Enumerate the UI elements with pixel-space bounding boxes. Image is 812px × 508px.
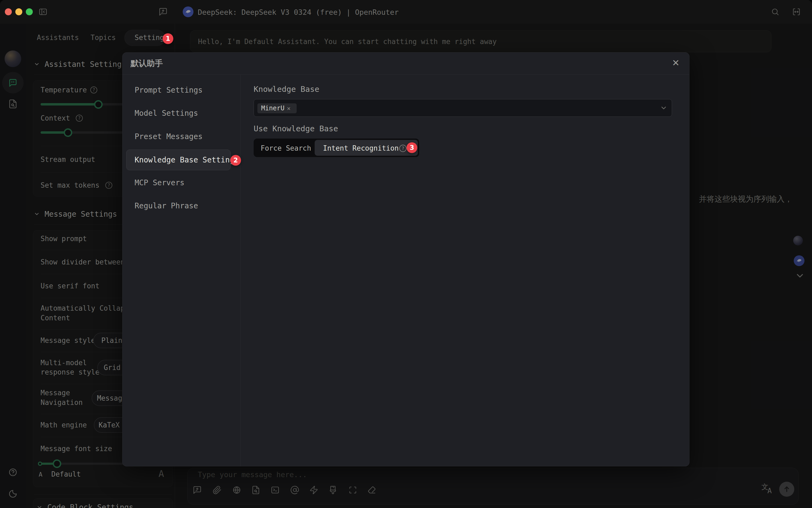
assistant-settings-modal: 默认助手 ✕ Prompt Settings Model Settings Pr… bbox=[122, 52, 690, 466]
app-window: DeepSeek: DeepSeek V3 0324 (free) | Open… bbox=[0, 0, 812, 508]
close-window-button[interactable] bbox=[5, 8, 12, 15]
modal-nav-prompt-settings[interactable]: Prompt Settings bbox=[134, 86, 203, 94]
tour-badge-1[interactable]: 1 bbox=[162, 33, 173, 44]
use-knowledge-base-heading: Use Knowledge Base bbox=[254, 124, 338, 133]
traffic-lights bbox=[5, 8, 33, 15]
intent-recognition-button[interactable]: Intent Recognition bbox=[323, 144, 399, 152]
knowledge-base-select[interactable] bbox=[254, 99, 672, 117]
modal-nav-regular-phrase[interactable]: Regular Phrase bbox=[134, 201, 198, 210]
minimize-window-button[interactable] bbox=[15, 8, 22, 15]
modal-nav-knowledge-base-settings[interactable]: Knowledge Base Settings bbox=[134, 156, 239, 164]
modal-header-divider bbox=[122, 74, 689, 75]
modal-nav-model-settings[interactable]: Model Settings bbox=[134, 109, 198, 118]
modal-nav-divider bbox=[240, 75, 240, 466]
tour-badge-2[interactable]: 2 bbox=[230, 155, 241, 166]
close-icon[interactable]: ✕ bbox=[670, 57, 681, 68]
force-search-button[interactable]: Force Search bbox=[261, 144, 311, 152]
knowledge-base-tag-label: MinerU bbox=[261, 104, 284, 112]
zoom-window-button[interactable] bbox=[26, 8, 33, 15]
select-chevron-down-icon[interactable] bbox=[660, 104, 667, 112]
modal-nav-mcp-servers[interactable]: MCP Servers bbox=[134, 178, 184, 187]
modal-title: 默认助手 bbox=[130, 58, 163, 69]
tag-remove-icon[interactable]: ✕ bbox=[287, 105, 291, 112]
intent-recognition-help-icon[interactable]: ? bbox=[399, 145, 407, 152]
modal-nav-preset-messages[interactable]: Preset Messages bbox=[134, 132, 203, 141]
knowledge-base-heading: Knowledge Base bbox=[254, 85, 319, 94]
tour-badge-3[interactable]: 3 bbox=[407, 142, 417, 153]
